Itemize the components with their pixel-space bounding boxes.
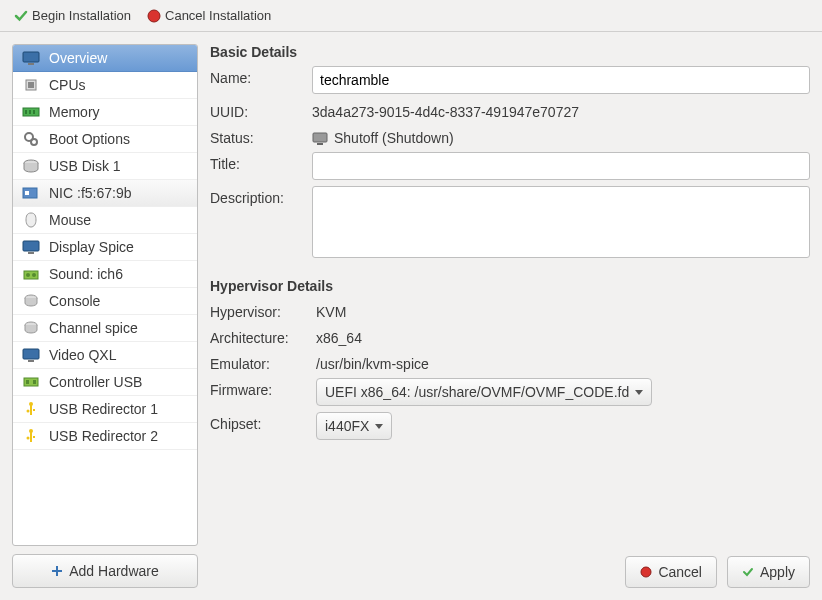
svg-rect-35 <box>317 143 323 145</box>
sidebar-item-mouse[interactable]: Mouse <box>13 207 197 234</box>
monitor-icon <box>21 51 41 65</box>
stop-icon <box>147 9 161 23</box>
svg-rect-8 <box>33 110 35 114</box>
sidebar-item-label: USB Disk 1 <box>49 158 121 174</box>
hypervisor-value: KVM <box>316 300 810 320</box>
svg-rect-21 <box>23 349 39 359</box>
basic-details-section: Basic Details Name: UUID: 3da4a273-9015-… <box>210 44 810 264</box>
sidebar-item-video-qxl[interactable]: Video QXL <box>13 342 197 369</box>
svg-rect-27 <box>30 405 32 415</box>
sidebar-item-controller-usb[interactable]: Controller USB <box>13 369 197 396</box>
svg-point-0 <box>148 10 160 22</box>
svg-rect-4 <box>28 82 34 88</box>
svg-rect-1 <box>23 52 39 62</box>
svg-rect-33 <box>33 436 35 438</box>
nic-icon <box>21 186 41 200</box>
emulator-value: /usr/bin/kvm-spice <box>316 352 810 372</box>
sidebar-item-usb-redirector-2[interactable]: USB Redirector 2 <box>13 423 197 450</box>
svg-rect-14 <box>23 241 39 251</box>
svg-rect-2 <box>28 63 34 65</box>
sidebar-item-display-spice[interactable]: Display Spice <box>13 234 197 261</box>
sidebar-item-label: Controller USB <box>49 374 142 390</box>
basic-details-heading: Basic Details <box>210 44 810 60</box>
architecture-value: x86_64 <box>316 326 810 346</box>
svg-rect-22 <box>28 360 34 362</box>
sidebar-item-label: Sound: ich6 <box>49 266 123 282</box>
svg-point-17 <box>26 273 30 277</box>
uuid-label: UUID: <box>210 100 302 120</box>
title-label: Title: <box>210 152 302 172</box>
status-value: Shutoff (Shutdown) <box>334 130 454 146</box>
sidebar-item-sound[interactable]: Sound: ich6 <box>13 261 197 288</box>
svg-point-18 <box>32 273 36 277</box>
sidebar-item-label: Mouse <box>49 212 91 228</box>
name-input[interactable] <box>312 66 810 94</box>
console-icon <box>21 321 41 335</box>
sidebar-item-label: Boot Options <box>49 131 130 147</box>
firmware-dropdown[interactable]: UEFI x86_64: /usr/share/OVMF/OVMF_CODE.f… <box>316 378 652 406</box>
sidebar-item-usb-disk-1[interactable]: USB Disk 1 <box>13 153 197 180</box>
cancel-button[interactable]: Cancel <box>625 556 717 588</box>
firmware-value: UEFI x86_64: /usr/share/OVMF/OVMF_CODE.f… <box>325 384 629 400</box>
sidebar-item-label: Channel spice <box>49 320 138 336</box>
chipset-value: i440FX <box>325 418 369 434</box>
architecture-label: Architecture: <box>210 326 306 346</box>
svg-point-28 <box>27 410 30 413</box>
sidebar-item-label: USB Redirector 1 <box>49 401 158 417</box>
begin-installation-button[interactable]: Begin Installation <box>8 6 137 25</box>
svg-rect-25 <box>33 380 36 384</box>
svg-point-10 <box>31 139 37 145</box>
sidebar-item-label: Console <box>49 293 100 309</box>
name-label: Name: <box>210 66 302 86</box>
chipset-dropdown[interactable]: i440FX <box>316 412 392 440</box>
svg-point-32 <box>27 437 30 440</box>
emulator-label: Emulator: <box>210 352 306 372</box>
console-icon <box>21 294 41 308</box>
cancel-installation-button[interactable]: Cancel Installation <box>141 6 277 25</box>
monitor-icon <box>21 240 41 254</box>
monitor-off-icon <box>312 132 328 145</box>
add-hardware-button[interactable]: Add Hardware <box>12 554 198 588</box>
footer-actions: Cancel Apply <box>210 544 810 588</box>
sidebar-item-label: Video QXL <box>49 347 116 363</box>
hypervisor-label: Hypervisor: <box>210 300 306 320</box>
usb-icon <box>21 428 41 444</box>
sound-icon <box>21 267 41 281</box>
sidebar-item-cpus[interactable]: CPUs <box>13 72 197 99</box>
apply-button[interactable]: Apply <box>727 556 810 588</box>
uuid-value: 3da4a273-9015-4d4c-8337-491947e70727 <box>312 100 810 120</box>
svg-rect-34 <box>313 133 327 142</box>
gears-icon <box>21 131 41 147</box>
sidebar-item-channel-spice[interactable]: Channel spice <box>13 315 197 342</box>
svg-rect-31 <box>30 432 32 442</box>
cpu-icon <box>21 77 41 93</box>
sidebar-item-label: Memory <box>49 104 100 120</box>
svg-rect-24 <box>26 380 29 384</box>
description-input[interactable] <box>312 186 810 258</box>
sidebar-item-boot-options[interactable]: Boot Options <box>13 126 197 153</box>
chevron-down-icon <box>375 424 383 429</box>
sidebar-item-label: Display Spice <box>49 239 134 255</box>
sidebar-item-label: CPUs <box>49 77 86 93</box>
title-input[interactable] <box>312 152 810 180</box>
sidebar-item-usb-redirector-1[interactable]: USB Redirector 1 <box>13 396 197 423</box>
firmware-label: Firmware: <box>210 378 306 398</box>
disk-icon <box>21 159 41 173</box>
svg-rect-13 <box>25 191 29 195</box>
plus-icon <box>51 565 63 577</box>
apply-label: Apply <box>760 564 795 580</box>
hardware-sidebar: Overview CPUs Memory Boot Options USB Di… <box>12 44 198 546</box>
cancel-label: Cancel <box>658 564 702 580</box>
usb-icon <box>21 401 41 417</box>
sidebar-item-nic[interactable]: NIC :f5:67:9b <box>13 180 197 207</box>
chipset-label: Chipset: <box>210 412 306 432</box>
svg-rect-6 <box>25 110 27 114</box>
hypervisor-details-heading: Hypervisor Details <box>210 278 810 294</box>
sidebar-item-console[interactable]: Console <box>13 288 197 315</box>
controller-icon <box>21 375 41 389</box>
sidebar-item-overview[interactable]: Overview <box>13 45 197 72</box>
sidebar-item-label: USB Redirector 2 <box>49 428 158 444</box>
sidebar-item-label: Overview <box>49 50 107 66</box>
sidebar-item-memory[interactable]: Memory <box>13 99 197 126</box>
stop-icon <box>640 566 652 578</box>
